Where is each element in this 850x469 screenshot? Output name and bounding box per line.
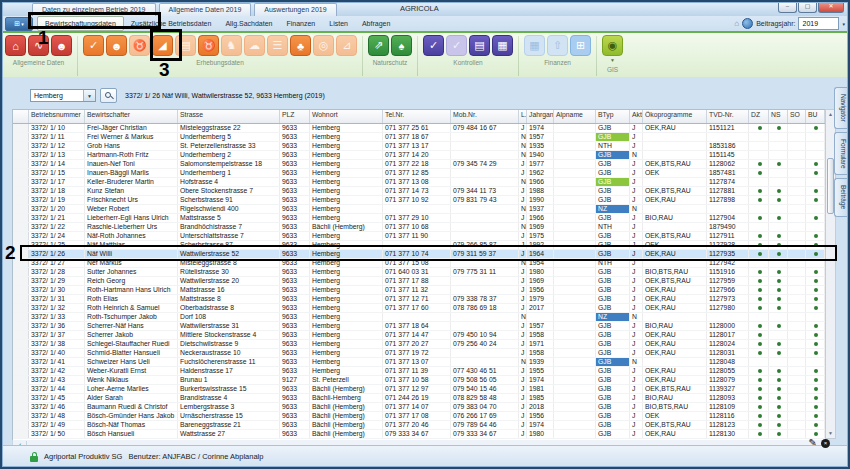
row-selector-cell[interactable] xyxy=(13,277,29,285)
persons-icon[interactable]: ☻ xyxy=(51,35,72,56)
menu-tab-auswertungen-2019[interactable]: Auswertungen 2019 xyxy=(254,3,336,16)
row-selector-cell[interactable] xyxy=(13,331,29,339)
row-selector-cell[interactable] xyxy=(13,241,29,249)
table-row[interactable]: 3372/ 1/ 20Weber RobertRigelschwiendi 40… xyxy=(13,205,825,214)
table-menu-button[interactable]: ⊞▾ xyxy=(5,17,33,31)
row-selector-cell[interactable] xyxy=(13,376,29,384)
row-selector-cell[interactable] xyxy=(13,205,29,213)
row-selector-cell[interactable] xyxy=(13,322,29,330)
livestock-icon[interactable]: ♉ xyxy=(198,35,219,56)
table-row[interactable]: 3372/ 1/ 46Baumann Ruedi & ChristofLembe… xyxy=(13,403,825,412)
municipality-combobox[interactable]: Hemberg ▼ xyxy=(30,89,96,102)
side-tab-navigator[interactable]: Navigator xyxy=(834,87,848,129)
row-selector-cell[interactable] xyxy=(13,250,29,258)
table-row[interactable]: 3372/ 1/ 13Hartmann-Roth FritzUnderhembe… xyxy=(13,151,825,160)
table-row[interactable]: 3372/ 1/ 24Näf-Roth JohannesUnterschlatt… xyxy=(13,232,825,241)
cattle-pale-icon[interactable]: ♉ xyxy=(129,35,150,56)
menu-tab-allgemeine-daten-2019[interactable]: Allgemeine Daten 2019 xyxy=(159,3,252,16)
sheep-pale-icon[interactable]: ☁ xyxy=(244,35,265,56)
row-selector-cell[interactable] xyxy=(13,295,29,303)
menu-tab-daten-zu-einzelnem-betrieb-2019[interactable]: Daten zu einzelnem Betrieb 2019 xyxy=(32,3,156,16)
table-row[interactable]: 3372/ 1/ 37Scherrer JakobMittlere Stocke… xyxy=(13,331,825,340)
beitragsjahr-value[interactable]: 2019 xyxy=(798,17,839,30)
row-selector-cell[interactable] xyxy=(13,367,29,375)
column-header-so[interactable]: SO xyxy=(788,110,806,123)
table-row[interactable]: 3372/ 1/ 33Roth-Tschumper JakobDorf 1089… xyxy=(13,313,825,322)
column-header-bu[interactable]: BU xyxy=(806,110,825,123)
row-selector-cell[interactable] xyxy=(13,178,29,186)
column-header-aktiv[interactable]: Aktiv xyxy=(630,110,643,123)
table-row[interactable]: 3372/ 1/ 11Frei Werner & MarkusUnderhemb… xyxy=(13,133,825,142)
table-row[interactable]: 3372/ 1/ 42Weber-Kuratli ErnstHaldenstra… xyxy=(13,367,825,376)
home-icon[interactable]: ⌂ xyxy=(5,35,26,56)
table-row[interactable]: 3372/ 1/ 40Schmid-Blatter HansueliNecker… xyxy=(13,349,825,358)
table-row[interactable]: 3372/ 1/ 31Roth EliasMattstrasse 89633He… xyxy=(13,295,825,304)
cancel-icon[interactable]: × xyxy=(821,439,830,448)
row-selector-cell[interactable] xyxy=(13,385,29,393)
row-selector-cell[interactable] xyxy=(13,160,29,168)
control-doc-icon[interactable]: ▤ xyxy=(469,35,490,56)
column-header-ns[interactable]: NS xyxy=(769,110,788,123)
chevron-down-icon[interactable]: ▼ xyxy=(83,90,95,101)
row-selector-cell[interactable] xyxy=(13,214,29,222)
table-row[interactable]: 3372/ 1/ 41Schweizer Hans UeliFuchslöche… xyxy=(13,358,825,367)
structure-data-icon[interactable]: ◢ xyxy=(152,35,173,56)
table-row[interactable]: 3372/ 1/ 27Nef MarkusMisteleggstrasse 89… xyxy=(13,259,825,268)
sub-tab-allg-sachdaten[interactable]: Allg.Sachdaten xyxy=(218,17,279,30)
table-row[interactable]: 3372/ 1/ 10Frei-Jäger ChristianMistelegg… xyxy=(13,124,825,133)
grid-icon[interactable]: ⊞ xyxy=(570,35,591,56)
row-selector-cell[interactable] xyxy=(13,259,29,267)
table-row[interactable]: 3372/ 1/ 50Bösch HansueliWattstrasse 279… xyxy=(13,430,825,439)
row-selector-cell[interactable] xyxy=(13,268,29,276)
nature-doc-icon[interactable]: ⇗ xyxy=(368,35,389,56)
table-row[interactable]: 3372/ 1/ 38Schlegel-Stauffacher RuediDie… xyxy=(13,340,825,349)
stable-pale-icon[interactable]: ▤ xyxy=(175,35,196,56)
row-selector-cell[interactable] xyxy=(13,430,29,438)
beitragsjahr-dropdown-icon[interactable]: ▾ xyxy=(842,21,845,27)
row-selector-cell[interactable] xyxy=(13,187,29,195)
table-row[interactable]: 3372/ 1/ 30Roth-Hartmann Hans UlrichMatt… xyxy=(13,286,825,295)
close-button[interactable]: ✕ xyxy=(818,2,844,13)
column-header-l-[interactable]: L... xyxy=(519,110,527,123)
edit-pencil-icon[interactable]: ✎ xyxy=(809,438,817,448)
horse-pale-icon[interactable]: ♞ xyxy=(221,35,242,56)
row-selector-cell[interactable] xyxy=(13,421,29,429)
sub-tab-bewirtschaftungsdaten[interactable]: Bewirtschaftungsdaten xyxy=(37,16,124,31)
column-header-tel-nr-[interactable]: Tel.Nr. xyxy=(383,110,451,123)
calculator-pale-icon[interactable]: ▦ xyxy=(524,35,545,56)
row-selector-cell[interactable] xyxy=(13,358,29,366)
table-row[interactable]: 3372/ 1/ 44Loher-Aerne MarliesBurkertswi… xyxy=(13,385,825,394)
scrollbar-thumb[interactable] xyxy=(827,158,834,214)
row-selector-cell[interactable] xyxy=(13,349,29,357)
table-row[interactable]: 3372/ 1/ 43Wenk NiklausBrunau 19127St. P… xyxy=(13,376,825,385)
column-header-dz[interactable]: DZ xyxy=(749,110,769,123)
table-row[interactable]: 3372/ 1/ 45Alder SarahBrandistrasse 4963… xyxy=(13,394,825,403)
table-row[interactable]: 3372/ 1/ 22Raschle-Lieberherr UrsBrandhö… xyxy=(13,223,825,232)
side-tab-formulare[interactable]: Formulare xyxy=(834,132,848,176)
crops-pale-icon[interactable]: ☰ xyxy=(267,35,288,56)
row-selector-cell[interactable] xyxy=(13,124,29,132)
control-calendar-icon[interactable]: ▦ xyxy=(492,35,513,56)
nature-tree-icon[interactable]: ♠ xyxy=(391,35,412,56)
tree-icon[interactable]: ♣ xyxy=(290,35,311,56)
scroll-down-icon[interactable]: ▼ xyxy=(826,429,835,438)
search-button[interactable] xyxy=(100,88,117,103)
gis-globe-icon[interactable]: ◉ xyxy=(602,35,623,56)
column-header-plz[interactable]: PLZ xyxy=(280,110,310,123)
table-row[interactable]: 3372/ 1/ 17Keller-Bruderer MartinHofstra… xyxy=(13,178,825,187)
row-selector-cell[interactable] xyxy=(13,196,29,204)
table-row[interactable]: 3372/ 1/ 49Bösch-Näf ThomasBareneggstras… xyxy=(13,421,825,430)
column-header-mob-nr-[interactable]: Mob.Nr. xyxy=(451,110,519,123)
sub-tab-finanzen[interactable]: Finanzen xyxy=(279,17,322,30)
table-row[interactable]: 3372/ 1/ 25Näf MatthiasScherbstrasse 879… xyxy=(13,241,825,250)
measure-pale-icon[interactable]: ⊿ xyxy=(336,35,357,56)
sub-tab-abfragen[interactable]: Abfragen xyxy=(355,17,397,30)
control-check-pale-icon[interactable]: ✓ xyxy=(446,35,467,56)
row-selector-cell[interactable] xyxy=(13,412,29,420)
export-pale-icon[interactable]: ⇧ xyxy=(547,35,568,56)
sub-tab-zus-tzliche-betriebsdaten[interactable]: Zusätzliche Betriebsdaten xyxy=(124,17,219,30)
table-row[interactable]: 3372/ 1/ 14Inauen-Nef ToniSalomonstempel… xyxy=(13,160,825,169)
column-header--koprogramme[interactable]: Ökoprogramme xyxy=(643,110,707,123)
column-header-betriebsnummer[interactable]: Betriebsnummer▲ xyxy=(29,110,85,123)
row-selector-cell[interactable] xyxy=(13,133,29,141)
